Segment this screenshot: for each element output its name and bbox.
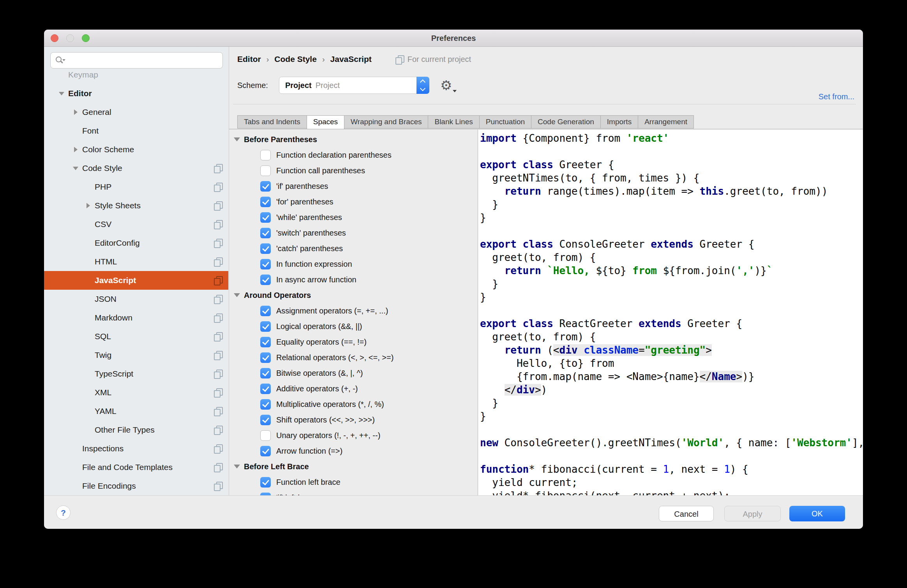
sidebar-item-php[interactable]: PHP [44, 178, 228, 196]
sidebar-item-csv[interactable]: CSV [44, 215, 228, 234]
sidebar-item-font[interactable]: Font [44, 121, 228, 140]
checkbox-unary-operators-[interactable] [260, 430, 271, 441]
option-row: 'if' parentheses [229, 178, 478, 194]
option-row: Multiplicative operators (*, /, %) [229, 396, 478, 412]
sidebar-item-keymap[interactable]: Keymap [44, 69, 228, 84]
search-input[interactable] [65, 53, 222, 68]
sidebar-item-file-encodings[interactable]: File Encodings [44, 477, 228, 495]
sidebar-item-label: Markdown [95, 313, 132, 322]
chevron-expanded-icon [55, 92, 68, 95]
checkbox--switch-parentheses[interactable] [260, 228, 271, 238]
copy-settings-icon [214, 220, 223, 229]
sidebar-item-other-file-types[interactable]: Other File Types [44, 421, 228, 439]
checkbox-equality-operators-[interactable] [260, 337, 271, 347]
sidebar-item-yaml[interactable]: YAML [44, 402, 228, 421]
checkbox-arrow-function-[interactable] [260, 446, 271, 456]
gear-icon: ⚙ [440, 77, 452, 93]
sidebar-item-inspections[interactable]: Inspections [44, 439, 228, 458]
copy-settings-icon [214, 463, 223, 472]
scheme-settings-button[interactable]: ⚙ [440, 77, 457, 94]
sidebar-item-typescript[interactable]: TypeScript [44, 364, 228, 383]
sidebar-item-editor[interactable]: Editor [44, 84, 228, 103]
checkbox--for-parentheses[interactable] [260, 197, 271, 207]
sidebar-item-xml[interactable]: XML [44, 383, 228, 402]
checkbox-assignment-operators-[interactable] [260, 306, 271, 316]
checkbox-function-declaration-parentheses[interactable] [260, 150, 271, 160]
tab-tabs-and-indents[interactable]: Tabs and Indents [237, 115, 307, 129]
help-button[interactable]: ? [56, 505, 71, 520]
checkbox-additive-operators-[interactable] [260, 384, 271, 394]
sidebar-item-label: JSON [95, 294, 116, 304]
sidebar-item-label: SQL [95, 332, 111, 341]
checkbox-function-left-brace[interactable] [260, 477, 271, 488]
sidebar-item-sql[interactable]: SQL [44, 327, 228, 346]
checkbox-bitwise-operators-[interactable] [260, 368, 271, 379]
sidebar-item-label: File and Code Templates [82, 463, 173, 472]
breadcrumb-item-javascript[interactable]: JavaScript [330, 55, 372, 64]
option-label: In function expression [276, 260, 352, 269]
checkbox--if-parentheses[interactable] [260, 181, 271, 192]
copy-settings-icon [214, 350, 223, 360]
section-collapse-icon [234, 465, 240, 468]
tab-blank-lines[interactable]: Blank Lines [428, 115, 479, 129]
checkbox-logical-operators-[interactable] [260, 321, 271, 332]
apply-button[interactable]: Apply [724, 506, 781, 521]
settings-search[interactable] [50, 52, 223, 69]
sidebar-item-markdown[interactable]: Markdown [44, 308, 228, 327]
option-label: Function declaration parentheses [276, 151, 392, 160]
copy-settings-icon [214, 388, 223, 397]
option-label: Multiplicative operators (*, /, %) [276, 400, 384, 409]
scheme-value-secondary: Project [316, 81, 340, 90]
option-label: Bitwise operators (&, |, ^) [276, 369, 363, 378]
section-header-before-parentheses[interactable]: Before Parentheses [229, 132, 478, 147]
section-header-before-left-brace[interactable]: Before Left Brace [229, 459, 478, 474]
checkbox-multiplicative-operators-[interactable] [260, 399, 271, 410]
sidebar-item-color-scheme[interactable]: Color Scheme [44, 140, 228, 159]
checkbox--catch-parentheses[interactable] [260, 243, 271, 254]
sidebar-item-file-and-code-templates[interactable]: File and Code Templates [44, 458, 228, 477]
chevron-expanded-icon [69, 167, 82, 170]
option-row: Logical operators (&&, ||) [229, 319, 478, 334]
checkbox-in-async-arrow-function[interactable] [260, 275, 271, 285]
header-separator [233, 104, 856, 104]
tab-arrangement[interactable]: Arrangement [638, 115, 694, 129]
sidebar-item-style-sheets[interactable]: Style Sheets [44, 196, 228, 215]
sidebar-item-general[interactable]: General [44, 103, 228, 121]
checkbox-function-call-parentheses[interactable] [260, 165, 271, 176]
ok-button[interactable]: OK [789, 506, 845, 521]
option-row: In async arrow function [229, 272, 478, 287]
cancel-button[interactable]: Cancel [659, 506, 714, 521]
checkbox--if-left-brace[interactable] [260, 493, 271, 496]
section-header-around-operators[interactable]: Around Operators [229, 287, 478, 303]
option-row: Additive operators (+, -) [229, 381, 478, 396]
option-label: Equality operators (==, !=) [276, 338, 367, 347]
tab-imports[interactable]: Imports [600, 115, 638, 129]
sidebar-item-html[interactable]: HTML [44, 252, 228, 271]
sidebar-item-editorconfig[interactable]: EditorConfig [44, 234, 228, 252]
sidebar-item-twig[interactable]: Twig [44, 346, 228, 364]
copy-settings-icon [214, 369, 223, 379]
tab-punctuation[interactable]: Punctuation [479, 115, 531, 129]
copy-settings-icon [214, 313, 223, 322]
code-line [480, 423, 863, 436]
scheme-stepper[interactable] [416, 77, 429, 94]
sidebar-item-label: EditorConfig [95, 238, 140, 248]
scheme-select[interactable]: Project Project [279, 77, 429, 94]
set-from-link[interactable]: Set from... [819, 92, 854, 101]
sidebar-item-json[interactable]: JSON [44, 290, 228, 308]
tab-wrapping-and-braces[interactable]: Wrapping and Braces [344, 115, 428, 129]
tab-spaces[interactable]: Spaces [307, 115, 344, 129]
sidebar-item-javascript[interactable]: JavaScript [44, 271, 228, 290]
checkbox-shift-operators-[interactable] [260, 415, 271, 425]
breadcrumb-item-editor[interactable]: Editor [237, 55, 261, 64]
sidebar-item-label: Other File Types [95, 425, 155, 435]
checkbox-relational-operators-[interactable] [260, 352, 271, 363]
breadcrumb-item-code-style[interactable]: Code Style [274, 55, 317, 64]
code-line: greet(to, from) { [480, 330, 863, 343]
sidebar-item-label: CSV [95, 220, 111, 229]
checkbox-in-function-expression[interactable] [260, 259, 271, 269]
sidebar-item-code-style[interactable]: Code Style [44, 159, 228, 178]
option-label: Function left brace [276, 478, 341, 487]
tab-code-generation[interactable]: Code Generation [531, 115, 601, 129]
checkbox--while-parentheses[interactable] [260, 212, 271, 223]
